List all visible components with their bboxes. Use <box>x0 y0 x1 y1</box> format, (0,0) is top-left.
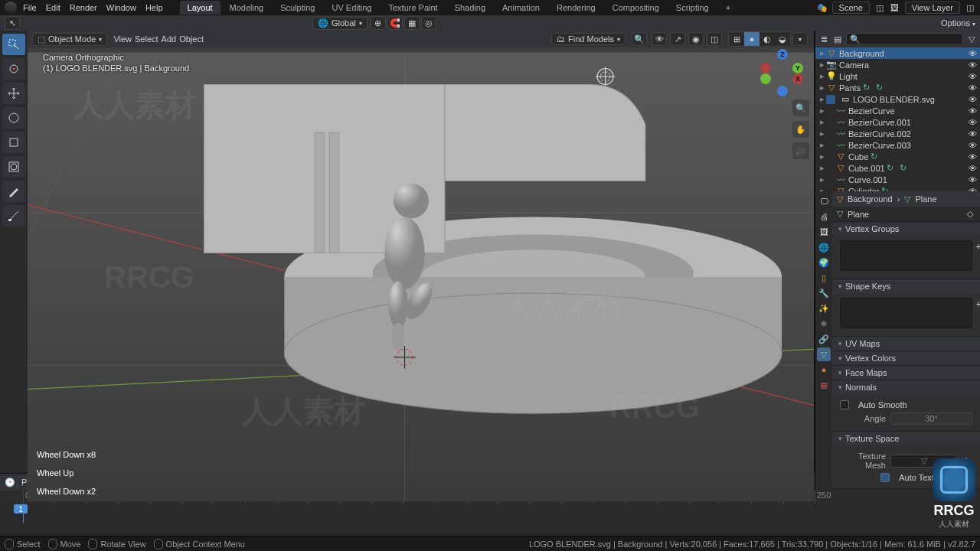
visibility-eye-icon[interactable]: 👁 <box>969 164 977 173</box>
tab-layout[interactable]: Layout <box>180 1 220 15</box>
cursor-tool-icon[interactable]: ↖ <box>5 16 20 30</box>
visibility-eye-icon[interactable]: 👁 <box>969 187 977 192</box>
breadcrumb-mesh[interactable]: Plane <box>915 194 936 204</box>
tab-modifier-props[interactable]: 🔧 <box>817 286 831 300</box>
panel-face-maps[interactable]: Face Maps <box>832 366 980 380</box>
tab-render-props[interactable]: 🖵 <box>817 194 831 208</box>
move-tool[interactable] <box>2 83 25 104</box>
tab-texture-paint[interactable]: Texture Paint <box>381 1 445 15</box>
visibility-eye-icon[interactable]: 👁 <box>969 118 977 127</box>
camera-view-icon[interactable]: 🎥 <box>792 142 809 159</box>
auto-texture-checkbox[interactable] <box>880 473 890 482</box>
proportional-icon[interactable]: ◎ <box>421 16 436 30</box>
tab-physics-props[interactable]: ⚛ <box>817 317 831 331</box>
panel-uv-maps[interactable]: UV Maps <box>832 337 980 350</box>
new-viewlayer-icon[interactable]: ◫ <box>965 2 975 13</box>
mode-dropdown[interactable]: ⬚ Object Mode ▾ <box>32 33 107 46</box>
tab-particle-props[interactable]: ✨ <box>817 302 831 315</box>
shading-rendered[interactable]: ◒ <box>775 32 790 46</box>
timeline-body[interactable]: 1 <box>0 504 815 523</box>
visibility-eye-icon[interactable]: 👁 <box>969 152 977 161</box>
shading-options-icon[interactable]: ▾ <box>792 32 808 46</box>
new-scene-icon[interactable]: ◫ <box>874 2 885 13</box>
visibility-eye-icon[interactable]: 👁 <box>969 129 977 139</box>
menu-add-vp[interactable]: Add <box>162 34 177 44</box>
angle-field[interactable]: 30° <box>890 412 972 425</box>
menu-view-vp[interactable]: View <box>113 34 132 44</box>
outliner-item-beziercurve-001[interactable]: ▸〰BezierCurve.001👁 <box>815 116 980 128</box>
outliner-item-cube-001[interactable]: ▸▽Cube.001↻↻👁 <box>815 162 980 174</box>
vertex-groups-list[interactable]: + <box>840 240 972 271</box>
outliner-item-background[interactable]: ▸▽Background👁 <box>815 47 980 59</box>
tab-sculpting[interactable]: Sculpting <box>273 1 322 15</box>
tab-uv-editing[interactable]: UV Editing <box>324 1 379 15</box>
tab-output-props[interactable]: 🖨 <box>817 210 831 223</box>
viewlayer-name-field[interactable]: View Layer <box>905 2 960 14</box>
zoom-icon[interactable]: 🔍 <box>792 99 809 116</box>
tab-world-props[interactable]: 🌍 <box>817 256 831 269</box>
tab-scene-props[interactable]: 🌐 <box>817 240 831 254</box>
outliner-item-camera[interactable]: ▸📷Camera👁 <box>815 59 980 70</box>
add-shape-key-icon[interactable]: + <box>973 298 980 309</box>
menu-select-vp[interactable]: Select <box>135 34 158 44</box>
tab-object-props[interactable]: ▯ <box>817 271 831 285</box>
menu-window[interactable]: Window <box>106 3 136 12</box>
tab-scripting[interactable]: Scripting <box>668 1 717 15</box>
3d-viewport[interactable]: ⬚ Object Mode ▾ View Select Add Object 🗂… <box>28 31 815 507</box>
tab-mesh-data-props[interactable]: ▽ <box>817 347 831 361</box>
playhead[interactable]: 1 <box>23 504 24 523</box>
timeline-editor-icon[interactable]: 🕑 <box>5 477 15 487</box>
rotate-tool[interactable] <box>2 107 25 129</box>
scene-browse-icon[interactable]: 🎭 <box>817 2 828 13</box>
visibility-eye-icon[interactable]: 👁 <box>969 175 977 184</box>
tab-texture-props[interactable]: ▦ <box>817 378 831 392</box>
navigation-gizmo[interactable]: Z Y X <box>763 52 802 90</box>
shading-matprev[interactable]: ◐ <box>760 32 775 46</box>
outliner-item-curve-001[interactable]: ▸〰Curve.001👁 <box>815 174 980 185</box>
outliner-item-pants[interactable]: ▸▽Pants↻↻👁 <box>815 82 980 93</box>
gizmo-toggle-icon[interactable]: ↗ <box>670 32 685 46</box>
mesh-name-field[interactable]: Plane <box>848 210 960 219</box>
options-dropdown[interactable]: Options ▾ <box>941 18 975 28</box>
pivot-icon[interactable]: ⊕ <box>371 16 386 30</box>
panel-shape-keys[interactable]: Shape Keys <box>832 279 980 293</box>
outliner-item-beziercurve-002[interactable]: ▸〰BezierCurve.002👁 <box>815 128 980 139</box>
viewlayer-browse-icon[interactable]: 🖼 <box>890 2 900 13</box>
panel-normals[interactable]: Normals <box>832 380 980 394</box>
add-vertex-group-icon[interactable]: + <box>973 241 980 252</box>
select-box-tool[interactable] <box>2 34 25 55</box>
breadcrumb-object[interactable]: Background <box>848 194 893 204</box>
tab-rendering[interactable]: Rendering <box>549 1 603 15</box>
visibility-eye-icon[interactable]: 👁 <box>969 83 977 93</box>
outliner-display-icon[interactable]: ≣ <box>818 34 829 44</box>
panel-texture-space[interactable]: Texture Space <box>832 432 980 445</box>
overlay-toggle-icon[interactable]: ◉ <box>688 32 704 46</box>
shading-solid[interactable]: ● <box>744 32 760 46</box>
tab-shading[interactable]: Shading <box>447 1 493 15</box>
visibility-eye-icon[interactable]: 👁 <box>969 60 977 70</box>
snap-toggle-icon[interactable]: 🧲 <box>387 16 403 30</box>
tab-constraint-props[interactable]: 🔗 <box>817 332 831 346</box>
menu-edit[interactable]: Edit <box>46 3 60 12</box>
visibility-eye-icon[interactable]: 👁 <box>969 49 977 58</box>
menu-object-vp[interactable]: Object <box>179 34 204 44</box>
shading-wireframe[interactable]: ⊞ <box>729 32 744 46</box>
shape-keys-list[interactable]: + <box>840 298 972 328</box>
annotate-tool[interactable] <box>2 181 25 202</box>
auto-smooth-checkbox[interactable] <box>840 400 849 409</box>
snap-type-icon[interactable]: ▦ <box>404 16 420 30</box>
panel-vertex-groups[interactable]: Vertex Groups <box>832 222 980 236</box>
filter-icon[interactable]: ▽ <box>966 34 977 44</box>
panel-vertex-colors[interactable]: Vertex Colors <box>832 351 980 365</box>
outliner-item-beziercurve[interactable]: ▸〰BezierCurve👁 <box>815 105 980 116</box>
pan-icon[interactable]: ✋ <box>792 121 809 138</box>
cursor-tool[interactable] <box>2 58 25 80</box>
measure-tool[interactable] <box>2 205 25 227</box>
tab-add[interactable]: + <box>718 1 738 15</box>
outliner-item-cylinder[interactable]: ▸▽Cylinder↻👁 <box>815 185 980 191</box>
tab-viewlayer-props[interactable]: 🖼 <box>817 225 831 239</box>
menu-file[interactable]: File <box>23 3 37 12</box>
xray-toggle-icon[interactable]: ◫ <box>707 32 722 46</box>
tab-animation[interactable]: Animation <box>495 1 547 15</box>
outliner-sort-icon[interactable]: ▤ <box>832 34 843 44</box>
